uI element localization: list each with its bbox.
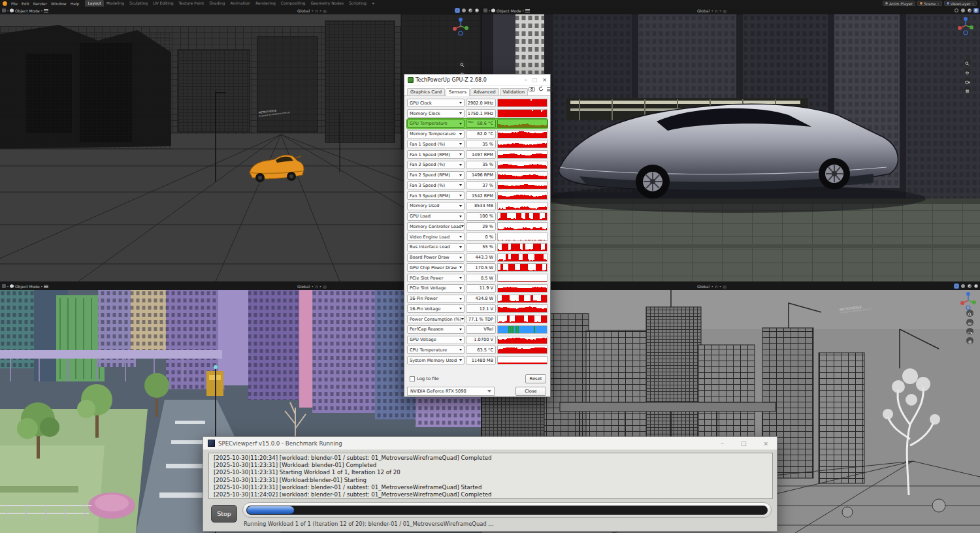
- menu-render[interactable]: Render: [31, 1, 49, 6]
- sensor-selector[interactable]: Fan 1 Speed (%): [407, 140, 465, 148]
- proportional-edit-icon[interactable]: ◎: [323, 8, 327, 13]
- sensor-selector[interactable]: Fan 1 Speed (RPM): [407, 150, 465, 159]
- benchmark-log[interactable]: [2025-10-30|11:20:34] [workload: blender…: [208, 453, 773, 499]
- menu-icon[interactable]: [44, 285, 48, 288]
- sensor-selector[interactable]: CPU Temperature: [407, 346, 465, 354]
- tab-validation[interactable]: Validation: [500, 88, 529, 95]
- sensor-selector[interactable]: GPU Temperature: [407, 120, 465, 128]
- menu-edit[interactable]: Edit: [20, 1, 31, 6]
- orientation-selector[interactable]: Global: [697, 8, 710, 13]
- workspace-tab-sculpting[interactable]: Sculpting: [127, 0, 150, 7]
- navigation-gizmo[interactable]: [956, 16, 975, 38]
- mode-selector[interactable]: Object Mode: [15, 8, 40, 13]
- mode-selector[interactable]: Object Mode: [15, 284, 40, 289]
- sensor-selector[interactable]: PCIe Slot Voltage: [407, 284, 465, 293]
- shading-rendered-button[interactable]: [474, 8, 480, 13]
- sensor-selector[interactable]: Fan 2 Speed (RPM): [407, 171, 465, 180]
- close-icon[interactable]: ×: [937, 2, 939, 5]
- workspace-tab-animation[interactable]: Animation: [228, 0, 253, 7]
- maximize-button[interactable]: □: [741, 440, 747, 447]
- workspace-tab-shading[interactable]: Shading: [206, 0, 227, 7]
- snap-magnet-icon[interactable]: ∩: [315, 8, 318, 13]
- stop-button[interactable]: Stop: [211, 505, 237, 523]
- menu-icon[interactable]: [547, 82, 553, 94]
- grid-button[interactable]: [964, 86, 971, 93]
- anim-player-button[interactable]: Anim Player: [883, 1, 915, 6]
- sensor-selector[interactable]: Fan 3 Speed (RPM): [407, 191, 465, 200]
- editor-type-icon[interactable]: [2, 8, 6, 12]
- workspace-add-button[interactable]: +: [369, 0, 378, 7]
- sensor-selector[interactable]: Memory Controller Load: [407, 222, 465, 231]
- navigation-gizmo[interactable]: [451, 16, 470, 39]
- log-to-file-checkbox[interactable]: Log to file: [410, 376, 439, 381]
- sensor-selector[interactable]: Video Engine Load: [407, 233, 465, 241]
- shading-rendered-button[interactable]: [973, 283, 979, 289]
- shading-rendered-button[interactable]: [973, 8, 979, 13]
- close-window-button[interactable]: Close: [515, 387, 546, 396]
- minimize-button[interactable]: –: [525, 77, 527, 83]
- blender-logo-icon[interactable]: [3, 1, 7, 6]
- orientation-selector[interactable]: Global: [297, 8, 310, 13]
- shading-wireframe-button[interactable]: [954, 8, 959, 13]
- tab-advanced[interactable]: Advanced: [470, 88, 499, 95]
- sensor-selector[interactable]: Board Power Draw: [407, 253, 465, 262]
- camera-icon[interactable]: [529, 82, 535, 94]
- editor-type-icon[interactable]: [2, 284, 6, 288]
- proportional-edit-icon[interactable]: ◎: [723, 284, 727, 289]
- close-button[interactable]: ×: [763, 440, 768, 447]
- sensor-selector[interactable]: GPU Clock: [407, 99, 465, 107]
- mode-selector[interactable]: Object Mode: [497, 8, 521, 13]
- menu-icon[interactable]: [525, 9, 530, 12]
- refresh-icon[interactable]: [538, 82, 544, 94]
- orientation-selector[interactable]: Global: [697, 284, 710, 289]
- workspace-tab-layout[interactable]: Layout: [85, 0, 103, 7]
- shading-material-button[interactable]: [468, 8, 473, 13]
- workspace-tab-modeling[interactable]: Modeling: [104, 0, 127, 7]
- workspace-tab-texture-paint[interactable]: Texture Paint: [176, 0, 206, 7]
- proportional-edit-icon[interactable]: ◎: [323, 284, 327, 289]
- sensor-selector[interactable]: System Memory Used: [407, 356, 465, 364]
- workspace-tab-scripting[interactable]: Scripting: [346, 0, 369, 7]
- sensor-selector[interactable]: Fan 2 Speed (%): [407, 161, 465, 169]
- snap-magnet-icon[interactable]: ∩: [715, 284, 717, 289]
- spec-titlebar[interactable]: SPECviewperf v15.0.0 - Benchmark Running…: [203, 437, 777, 450]
- proportional-edit-icon[interactable]: ◎: [723, 8, 727, 13]
- shading-wireframe-button[interactable]: [954, 283, 959, 289]
- menu-help[interactable]: Help: [69, 1, 82, 6]
- sensor-selector[interactable]: GPU Load: [407, 212, 465, 221]
- shading-material-button[interactable]: [967, 8, 972, 13]
- sensor-selector[interactable]: Memory Used: [407, 202, 465, 210]
- sensor-selector[interactable]: Fan 3 Speed (%): [407, 181, 465, 189]
- grid-button[interactable]: [966, 337, 973, 344]
- close-icon[interactable]: ×: [972, 2, 974, 5]
- shading-solid-button[interactable]: [960, 283, 966, 289]
- viewport-top-right[interactable]: ▾Object Mode▾Global▾∩▾◎: [482, 7, 980, 282]
- shading-wireframe-button[interactable]: [455, 8, 460, 13]
- minimize-button[interactable]: –: [721, 440, 724, 447]
- viewport-canvas-rendered-car[interactable]: [482, 14, 980, 282]
- sensor-selector[interactable]: Memory Clock: [407, 109, 465, 118]
- sensor-selector[interactable]: PerfCap Reason: [407, 325, 465, 334]
- sensor-selector[interactable]: Memory Temperature: [407, 130, 465, 138]
- workspace-tab-geometry-nodes[interactable]: Geometry Nodes: [308, 0, 346, 7]
- menu-window[interactable]: Window: [49, 1, 69, 6]
- sensor-selector[interactable]: Bus Interface Load: [407, 243, 465, 251]
- sensor-selector[interactable]: 16-Pin Power: [407, 295, 465, 303]
- sensor-selector[interactable]: GPU Chip Power Draw: [407, 263, 465, 272]
- shading-solid-button[interactable]: [960, 8, 966, 13]
- sensor-selector[interactable]: 16-Pin Voltage: [407, 304, 465, 313]
- sensor-selector[interactable]: GPU Voltage: [407, 336, 465, 344]
- workspace-tab-compositing[interactable]: Compositing: [278, 0, 308, 7]
- orientation-selector[interactable]: Global: [297, 284, 310, 289]
- menu-icon[interactable]: [44, 9, 48, 12]
- gpu-selector-dropdown[interactable]: NVIDIA GeForce RTX 5090: [407, 387, 495, 396]
- tab-sensors[interactable]: Sensors: [446, 88, 470, 96]
- editor-type-icon[interactable]: [483, 8, 487, 12]
- shading-solid-button[interactable]: [461, 8, 466, 13]
- reset-button[interactable]: Reset: [525, 374, 546, 383]
- workspace-tab-rendering[interactable]: Rendering: [253, 0, 278, 7]
- snap-magnet-icon[interactable]: ∩: [315, 284, 318, 289]
- scene-selector[interactable]: Scene×: [917, 1, 942, 6]
- snap-magnet-icon[interactable]: ∩: [715, 8, 717, 13]
- viewlayer-selector[interactable]: ViewLayer×: [944, 1, 977, 6]
